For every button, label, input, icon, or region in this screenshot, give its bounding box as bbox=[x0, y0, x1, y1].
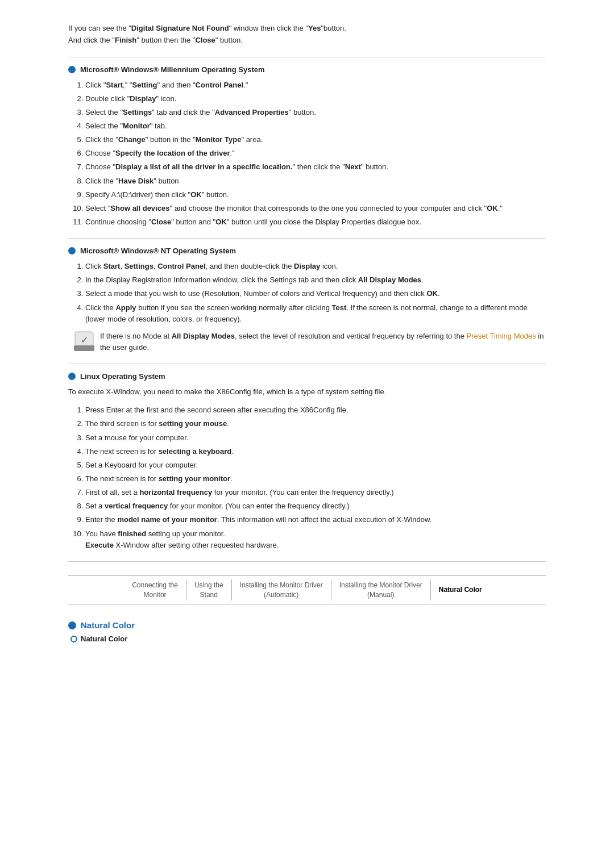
nav-label-using-2: Stand bbox=[200, 590, 218, 600]
list-item: Select the "Settings" tab and click the … bbox=[85, 107, 546, 118]
section-natural-color: Natural Color Natural Color bbox=[68, 620, 546, 643]
nav-label-install-manual-1: Installing the Monitor Driver bbox=[339, 581, 422, 590]
bullet-icon-millennium bbox=[68, 66, 76, 73]
nav-item-install-manual[interactable]: Installing the Monitor Driver (Manual) bbox=[331, 579, 431, 601]
nav-label-connecting-2: Monitor bbox=[144, 590, 167, 600]
section-title-millennium: Microsoft® Windows® Millennium Operating… bbox=[80, 65, 265, 74]
linux-intro: To execute X-Window, you need to make th… bbox=[68, 386, 546, 398]
section-header-linux: Linux Operating System bbox=[68, 372, 546, 381]
list-item: Choose "Specify the location of the driv… bbox=[85, 148, 546, 159]
note-box-nt: ✓ If there is no Mode at All Display Mod… bbox=[68, 331, 546, 353]
list-item: Choose "Display a list of all the driver… bbox=[85, 161, 546, 173]
svg-rect-2 bbox=[74, 345, 94, 351]
section-title-nt: Microsoft® Windows® NT Operating System bbox=[80, 247, 236, 255]
nav-label-install-auto-1: Installing the Monitor Driver bbox=[240, 581, 323, 590]
section-title-linux: Linux Operating System bbox=[80, 372, 165, 381]
section-windows-nt: Microsoft® Windows® NT Operating System … bbox=[68, 247, 546, 353]
list-item: Click the Apply button if you see the sc… bbox=[85, 302, 546, 325]
natural-color-sub: Natural Color bbox=[70, 635, 546, 643]
intro-bold1: Digital Signature Not Found bbox=[131, 24, 229, 32]
list-item: The next screen is for setting your moni… bbox=[85, 473, 546, 485]
list-item: Continue choosing "Close" button and "OK… bbox=[85, 216, 546, 228]
list-item: Select the "Monitor" tab. bbox=[85, 120, 546, 132]
bullet-icon-natural-color bbox=[68, 621, 76, 629]
list-item: The next screen is for selecting a keybo… bbox=[85, 446, 546, 457]
note-icon-svg: ✓ bbox=[74, 331, 94, 351]
nav-item-using[interactable]: Using the Stand bbox=[186, 579, 232, 601]
note-text: If there is no Mode at All Display Modes… bbox=[100, 331, 546, 353]
section-header-nt: Microsoft® Windows® NT Operating System bbox=[68, 247, 546, 255]
section-windows-millennium: Microsoft® Windows® Millennium Operating… bbox=[68, 65, 546, 228]
list-item: In the Display Registration Information … bbox=[85, 274, 546, 286]
nt-steps-list: Click Start, Settings, Control Panel, an… bbox=[68, 261, 546, 325]
nav-label-using-1: Using the bbox=[194, 581, 223, 590]
list-item: The third screen is for setting your mou… bbox=[85, 418, 546, 429]
list-item: Set a mouse for your computer. bbox=[85, 432, 546, 444]
divider-1 bbox=[68, 57, 546, 57]
list-item: Press Enter at the first and the second … bbox=[85, 404, 546, 416]
section-linux: Linux Operating System To execute X-Wind… bbox=[68, 372, 546, 551]
list-item: Double click "Display" icon. bbox=[85, 93, 546, 105]
intro-section: If you can see the "Digital Signature No… bbox=[68, 23, 546, 47]
divider-2 bbox=[68, 238, 546, 239]
list-item: Select "Show all devices" and choose the… bbox=[85, 203, 546, 214]
list-item: Click the "Change" button in the "Monito… bbox=[85, 134, 546, 145]
bullet-icon-nt bbox=[68, 247, 76, 254]
svg-text:✓: ✓ bbox=[81, 335, 88, 345]
nav-label-natural-color: Natural Color bbox=[439, 585, 482, 595]
nav-item-connecting[interactable]: Connecting the Monitor bbox=[124, 579, 186, 601]
list-item: Click Start, Settings, Control Panel, an… bbox=[85, 261, 546, 272]
nav-label-install-auto-2: (Automatic) bbox=[264, 590, 298, 600]
list-item: Enter the model name of your monitor. Th… bbox=[85, 514, 546, 525]
nav-item-install-auto[interactable]: Installing the Monitor Driver (Automatic… bbox=[232, 579, 331, 601]
intro-bold4: Close bbox=[195, 36, 215, 44]
list-item: Set a vertical frequency for your monito… bbox=[85, 500, 546, 512]
linux-steps-list: Press Enter at the first and the second … bbox=[68, 404, 546, 551]
section-header-millennium: Microsoft® Windows® Millennium Operating… bbox=[68, 65, 546, 74]
natural-color-title: Natural Color bbox=[81, 620, 135, 630]
nav-bar: Connecting the Monitor Using the Stand I… bbox=[68, 575, 546, 605]
nav-label-install-manual-2: (Manual) bbox=[367, 590, 394, 600]
bullet-circle-outline-natural bbox=[70, 636, 77, 642]
list-item: You have finished setting up your monito… bbox=[85, 528, 546, 551]
intro-bold3: Finish bbox=[115, 36, 136, 44]
list-item: Specify A:\(D:\driver) then click "OK" b… bbox=[85, 189, 546, 201]
divider-3 bbox=[68, 364, 546, 364]
nav-item-natural-color[interactable]: Natural Color bbox=[431, 584, 490, 596]
list-item: Click "Start," "Setting" and then "Contr… bbox=[85, 80, 546, 91]
preset-timing-link[interactable]: Preset Timing Modes bbox=[467, 332, 536, 340]
bullet-icon-linux bbox=[68, 373, 76, 380]
list-item: First of all, set a horizontal frequency… bbox=[85, 487, 546, 498]
millennium-steps-list: Click "Start," "Setting" and then "Contr… bbox=[68, 80, 546, 228]
list-item: Select a mode that you wish to use (Reso… bbox=[85, 288, 546, 299]
list-item: Set a Keyboard for your computer. bbox=[85, 460, 546, 471]
intro-bold2: Yes bbox=[308, 24, 321, 32]
natural-color-heading: Natural Color bbox=[68, 620, 546, 630]
divider-4 bbox=[68, 561, 546, 562]
natural-color-sublabel: Natural Color bbox=[81, 635, 127, 643]
list-item: Click the "Have Disk" button bbox=[85, 176, 546, 187]
nav-label-connecting-1: Connecting the bbox=[132, 581, 178, 590]
